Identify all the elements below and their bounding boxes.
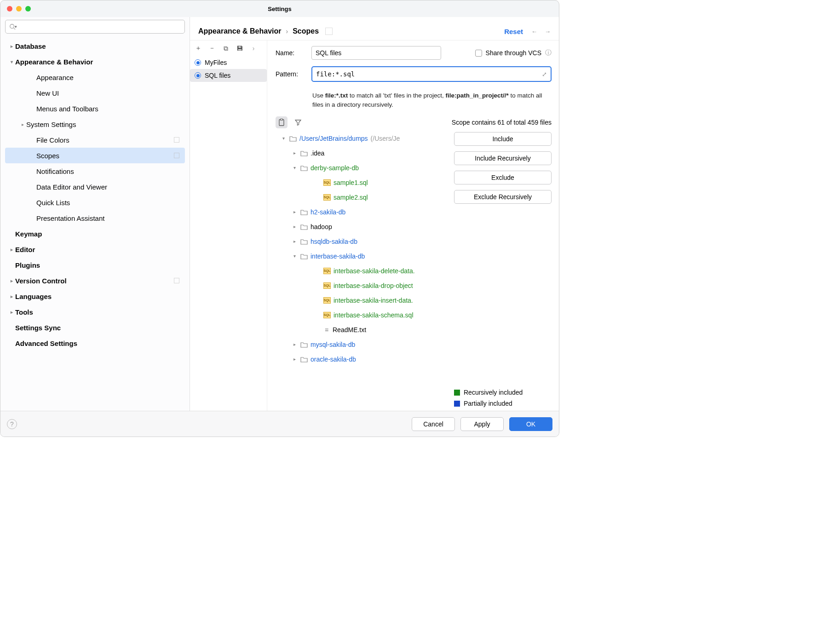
share-label: Share through VCS: [486, 49, 541, 57]
tree-item-label: interbase-sakila-schema.sql: [334, 311, 414, 319]
sidebar-item-notifications[interactable]: Notifications: [5, 163, 185, 179]
chevron-right-icon: ▸: [8, 247, 15, 252]
remove-icon[interactable]: －: [208, 44, 216, 52]
cancel-button[interactable]: Cancel: [412, 417, 455, 431]
sidebar-item-settings-sync[interactable]: Settings Sync: [5, 320, 185, 335]
sidebar-item-label: System Settings: [26, 121, 76, 128]
sidebar-item-label: Plugins: [15, 261, 40, 269]
apply-button[interactable]: Apply: [460, 417, 504, 431]
include-button[interactable]: Include: [454, 132, 552, 146]
sidebar-item-advanced-settings[interactable]: Advanced Settings: [5, 335, 185, 351]
scope-item-myfiles[interactable]: MyFiles: [190, 56, 267, 69]
sidebar-item-label: Presentation Assistant: [36, 214, 104, 222]
breadcrumb-root[interactable]: Appearance & Behavior: [198, 27, 282, 35]
sidebar-item-file-colors[interactable]: File Colors: [5, 132, 185, 148]
filter-icon[interactable]: [292, 116, 304, 128]
scope-badge-icon: [325, 28, 333, 35]
ok-button[interactable]: OK: [509, 417, 552, 431]
sidebar-item-version-control[interactable]: ▸Version Control: [5, 273, 185, 288]
exclude-recursively-button[interactable]: Exclude Recursively: [454, 190, 552, 204]
copy-icon[interactable]: ⧉: [222, 45, 230, 52]
clipboard-icon[interactable]: [276, 116, 288, 128]
tree-item[interactable]: ▸hsqldb-sakila-db: [276, 234, 448, 249]
tree-item-label: h2-sakila-db: [310, 208, 345, 216]
tree-item[interactable]: ▸.idea: [276, 146, 448, 161]
tree-item[interactable]: ▸hadoop: [276, 219, 448, 234]
breadcrumb-current: Scopes: [293, 27, 319, 35]
add-icon[interactable]: ＋: [195, 44, 202, 52]
chevron-right-icon: ▸: [291, 356, 298, 362]
tree-root[interactable]: ▾ /Users/JetBrains/dumps (/Users/Je: [276, 131, 448, 146]
tree-item[interactable]: ≡ReadME.txt: [276, 322, 448, 337]
tree-item[interactable]: SQLinterbase-sakila-delete-data.: [276, 264, 448, 278]
sidebar-item-database[interactable]: ▸Database: [5, 38, 185, 54]
scope-badge-icon: [174, 153, 179, 158]
sidebar-item-appearance[interactable]: Appearance: [5, 69, 185, 85]
tree-item-label: interbase-sakila-drop-object: [334, 282, 413, 289]
sidebar-item-scopes[interactable]: Scopes: [5, 148, 185, 163]
exclude-button[interactable]: Exclude: [454, 171, 552, 184]
help-icon[interactable]: ⓘ: [545, 49, 552, 57]
header: Appearance & Behavior › Scopes Reset ← →: [190, 17, 559, 40]
search-input[interactable]: ▾: [5, 20, 185, 34]
scope-item-label: SQL files: [205, 72, 230, 79]
chevron-right-icon: ▸: [8, 294, 15, 299]
sidebar-item-label: Languages: [15, 293, 52, 300]
sql-file-icon: SQL: [323, 194, 331, 201]
sidebar-item-label: Menus and Toolbars: [36, 105, 98, 113]
recursively-included-swatch: [454, 390, 460, 396]
chevron-down-icon: ▾: [291, 253, 298, 259]
tree-item-label: mysql-sakila-db: [310, 341, 355, 348]
folder-icon: [300, 209, 308, 215]
chevron-down-icon: ▾: [15, 24, 17, 29]
tree-item-label: oracle-sakila-db: [310, 356, 356, 363]
radio-icon: [195, 72, 201, 79]
tree-item[interactable]: ▾interbase-sakila-db: [276, 249, 448, 264]
sidebar-item-appearance-behavior[interactable]: ▾Appearance & Behavior: [5, 54, 185, 69]
sql-file-icon: SQL: [323, 282, 331, 289]
sidebar-item-keymap[interactable]: Keymap: [5, 226, 185, 242]
name-input[interactable]: [311, 46, 441, 60]
scope-item-sql-files[interactable]: SQL files: [190, 69, 267, 82]
forward-icon[interactable]: →: [545, 28, 551, 35]
reset-button[interactable]: Reset: [504, 28, 523, 35]
sidebar-item-label: Database: [15, 42, 46, 50]
chevron-right-icon[interactable]: ›: [250, 45, 257, 52]
sidebar-item-quick-lists[interactable]: Quick Lists: [5, 195, 185, 210]
tree-item[interactable]: ▸mysql-sakila-db: [276, 337, 448, 352]
sidebar-item-label: Keymap: [15, 230, 42, 238]
back-icon[interactable]: ←: [531, 28, 537, 35]
folder-icon: [300, 253, 308, 259]
sidebar-item-data-editor-and-viewer[interactable]: Data Editor and Viewer: [5, 179, 185, 195]
tree-item[interactable]: SQLsample2.sql: [276, 190, 448, 205]
expand-icon[interactable]: ⤢: [542, 71, 547, 78]
sidebar-item-presentation-assistant[interactable]: Presentation Assistant: [5, 210, 185, 226]
tree-item[interactable]: ▾derby-sample-db: [276, 161, 448, 175]
save-icon[interactable]: 💾︎: [236, 45, 243, 52]
sidebar-item-new-ui[interactable]: New UI: [5, 85, 185, 101]
sidebar-item-label: Appearance & Behavior: [15, 58, 93, 66]
share-checkbox[interactable]: [475, 50, 482, 57]
help-icon[interactable]: ?: [7, 419, 17, 429]
tree-item-label: ReadME.txt: [333, 326, 366, 334]
sidebar-item-label: Settings Sync: [15, 324, 61, 332]
tree-item[interactable]: SQLinterbase-sakila-schema.sql: [276, 308, 448, 322]
include-recursively-button[interactable]: Include Recursively: [454, 151, 552, 165]
tree-item[interactable]: SQLinterbase-sakila-drop-object: [276, 278, 448, 293]
sidebar-item-editor[interactable]: ▸Editor: [5, 242, 185, 257]
file-tree[interactable]: ▾ /Users/JetBrains/dumps (/Users/Je ▸.id…: [276, 131, 448, 411]
tree-item[interactable]: SQLinterbase-sakila-insert-data.: [276, 293, 448, 308]
tree-item[interactable]: SQLsample1.sql: [276, 175, 448, 190]
sidebar-item-tools[interactable]: ▸Tools: [5, 304, 185, 320]
sidebar-item-menus-and-toolbars[interactable]: Menus and Toolbars: [5, 101, 185, 116]
sidebar-item-languages[interactable]: ▸Languages: [5, 288, 185, 304]
pattern-input[interactable]: [316, 70, 542, 78]
sidebar-item-plugins[interactable]: Plugins: [5, 257, 185, 273]
tree-item-label: .idea: [310, 150, 324, 157]
tree-item[interactable]: ▸h2-sakila-db: [276, 205, 448, 219]
tree-item[interactable]: ▸oracle-sakila-db: [276, 352, 448, 367]
sidebar-item-system-settings[interactable]: ▸System Settings: [5, 116, 185, 132]
chevron-down-icon: ▾: [8, 59, 15, 64]
sidebar-item-label: File Colors: [36, 136, 69, 144]
chevron-right-icon: ▸: [8, 44, 15, 49]
